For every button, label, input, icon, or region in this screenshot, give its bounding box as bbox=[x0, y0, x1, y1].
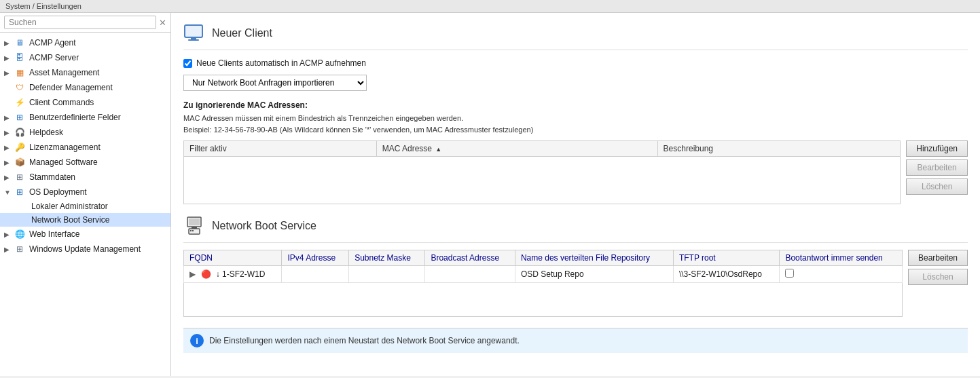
nbs-delete-button[interactable]: Löschen bbox=[908, 269, 968, 285]
sidebar-item-windows-update-management[interactable]: ▶ ⊞ Windows Update Management bbox=[0, 242, 170, 257]
nbs-section-header: Network Boot Service bbox=[183, 215, 968, 243]
col-broadcast: Broadcast Adresse bbox=[425, 250, 515, 266]
nbs-section-icon bbox=[183, 215, 205, 237]
chevron-icon: ▶ bbox=[4, 159, 14, 166]
import-mode-select[interactable]: Nur Network Boot Anfragen importieren Al… bbox=[183, 75, 367, 91]
search-input[interactable] bbox=[4, 16, 156, 29]
mac-table-section: Filter aktiv MAC Adresse ▲ Beschreibung bbox=[183, 140, 968, 204]
sidebar-item-os-deployment[interactable]: ▼ ⊞ OS Deployment bbox=[0, 185, 170, 200]
chevron-icon: ▶ bbox=[4, 174, 14, 181]
sidebar-item-label: OS Deployment bbox=[29, 187, 87, 197]
grid2-icon: ⊞ bbox=[14, 172, 26, 183]
sidebar-item-stammdaten[interactable]: ▶ ⊞ Stammdaten bbox=[0, 170, 170, 185]
search-clear-icon[interactable]: ✕ bbox=[159, 18, 166, 28]
col-filter-aktiv: Filter aktiv bbox=[184, 141, 377, 157]
nbs-broadcast-cell bbox=[425, 266, 515, 283]
sidebar-item-lokaler-administrator[interactable]: ▶ Lokaler Administrator bbox=[0, 200, 170, 213]
delete-button[interactable]: Löschen bbox=[906, 178, 968, 195]
sidebar-item-label: Defender Management bbox=[29, 83, 113, 92]
globe-icon: 🌐 bbox=[14, 229, 26, 240]
col-ipv4: IPv4 Adresse bbox=[282, 250, 349, 266]
sidebar-item-label: Lokaler Administrator bbox=[31, 202, 108, 211]
fields-icon: ⊞ bbox=[14, 112, 26, 123]
nbs-section: Network Boot Service FQDN IPv4 Adresse S… bbox=[183, 215, 968, 317]
neuer-client-title: Neuer Client bbox=[212, 27, 272, 39]
mac-table-empty-row bbox=[184, 157, 901, 204]
sidebar-item-acmp-agent[interactable]: ▶ 🖥 ACMP Agent bbox=[0, 35, 170, 50]
import-mode-dropdown-row: Nur Network Boot Anfragen importieren Al… bbox=[183, 75, 968, 91]
grid-icon: ▦ bbox=[14, 67, 26, 78]
info-icon: i bbox=[190, 334, 204, 347]
sidebar-item-asset-management[interactable]: ▶ ▦ Asset Management bbox=[0, 65, 170, 80]
col-mac-adresse: MAC Adresse ▲ bbox=[376, 141, 657, 157]
sidebar-item-label: Lizenzmanagement bbox=[29, 143, 101, 152]
nbs-fqdn-cell: ▶ 🔴 ↓ 1-SF2-W1D bbox=[184, 266, 282, 283]
mac-table: Filter aktiv MAC Adresse ▲ Beschreibung bbox=[183, 140, 901, 204]
add-button[interactable]: Hinzufügen bbox=[906, 140, 968, 157]
svg-rect-1 bbox=[191, 37, 196, 39]
svg-rect-0 bbox=[185, 25, 202, 37]
col-beschreibung: Beschreibung bbox=[657, 141, 901, 157]
server-icon: 🗄 bbox=[14, 52, 26, 63]
nbs-tftp-cell: \\3-SF2-W10\OsdRepo bbox=[673, 266, 779, 283]
chevron-icon: ▶ bbox=[4, 231, 14, 238]
boot-always-checkbox[interactable] bbox=[785, 269, 794, 278]
chevron-icon: ▶ bbox=[4, 114, 14, 121]
neuer-client-header: Neuer Client bbox=[183, 22, 968, 50]
nbs-boot-always-cell bbox=[780, 266, 903, 283]
mac-label: Zu ignorierende MAC Adressen: bbox=[183, 100, 968, 110]
svg-rect-4 bbox=[189, 219, 200, 225]
chevron-icon: ▶ bbox=[4, 39, 14, 47]
sidebar-item-defender-management[interactable]: ▶ 🛡 Defender Management bbox=[0, 80, 170, 95]
chevron-icon: ▶ bbox=[4, 54, 14, 62]
chevron-icon: ▶ bbox=[4, 69, 14, 77]
mac-table-buttons: Hinzufügen Bearbeiten Löschen bbox=[906, 140, 968, 204]
col-file-repo: Name des verteilten File Repository bbox=[515, 250, 673, 266]
sidebar-item-label: Benutzerdefinierte Felder bbox=[29, 113, 121, 122]
row-expand-icon[interactable]: ▶ bbox=[189, 269, 196, 279]
sidebar: ✕ ▶ 🖥 ACMP Agent ▶ 🗄 ACMP Server ▶ ▦ Ass… bbox=[0, 13, 171, 376]
nbs-edit-button[interactable]: Bearbeiten bbox=[908, 250, 968, 266]
nbs-table-empty-row bbox=[184, 283, 903, 317]
sidebar-item-lizenzmanagement[interactable]: ▶ 🔑 Lizenzmanagement bbox=[0, 140, 170, 155]
chevron-icon: ▶ bbox=[4, 129, 14, 136]
lightning-icon: ⚡ bbox=[14, 97, 26, 108]
sidebar-item-helpdesk[interactable]: ▶ 🎧 Helpdesk bbox=[0, 125, 170, 140]
nbs-table-body: ▶ 🔴 ↓ 1-SF2-W1D OSD Setup Repo \\3-SF2-W… bbox=[184, 266, 903, 317]
os-icon: ⊞ bbox=[14, 187, 26, 197]
main-content: Neuer Client Neue Clients automatisch in… bbox=[171, 13, 980, 376]
info-bar: i Die Einstellungen werden nach einem Ne… bbox=[183, 328, 968, 353]
sidebar-item-client-commands[interactable]: ▶ ⚡ Client Commands bbox=[0, 95, 170, 110]
windows-update-icon: ⊞ bbox=[14, 244, 26, 254]
info-message: Die Einstellungen werden nach einem Neus… bbox=[209, 336, 520, 345]
shield-icon: 🛡 bbox=[14, 82, 26, 93]
search-box: ✕ bbox=[0, 13, 170, 33]
box-icon: 📦 bbox=[14, 157, 26, 168]
table-row: ▶ 🔴 ↓ 1-SF2-W1D OSD Setup Repo \\3-SF2-W… bbox=[184, 266, 903, 283]
chevron-icon: ▶ bbox=[4, 144, 14, 151]
client-section-icon bbox=[183, 22, 205, 44]
mac-table-header-row: Filter aktiv MAC Adresse ▲ Beschreibung bbox=[184, 141, 901, 157]
sidebar-item-label: ACMP Server bbox=[29, 53, 79, 62]
sidebar-item-label: Web Interface bbox=[29, 229, 79, 239]
sidebar-item-label: ACMP Agent bbox=[29, 38, 75, 48]
sidebar-item-label: Helpdesk bbox=[29, 128, 63, 137]
nav-list: ▶ 🖥 ACMP Agent ▶ 🗄 ACMP Server ▶ ▦ Asset… bbox=[0, 33, 170, 376]
key-icon: 🔑 bbox=[14, 142, 26, 153]
col-boot-always: Bootantwort immer senden bbox=[780, 250, 903, 266]
sidebar-item-label: Asset Management bbox=[29, 68, 99, 77]
helpdesk-icon: 🎧 bbox=[14, 127, 26, 138]
auto-import-checkbox[interactable] bbox=[183, 59, 192, 68]
mac-section: Zu ignorierende MAC Adressen: MAC Adress… bbox=[183, 100, 968, 135]
svg-rect-8 bbox=[192, 230, 194, 231]
mac-desc: MAC Adressen müssen mit einem Bindestric… bbox=[183, 113, 968, 135]
sidebar-item-label: Stammdaten bbox=[29, 172, 75, 182]
sidebar-item-acmp-server[interactable]: ▶ 🗄 ACMP Server bbox=[0, 50, 170, 65]
sidebar-item-managed-software[interactable]: ▶ 📦 Managed Software bbox=[0, 155, 170, 170]
nbs-repo-cell: OSD Setup Repo bbox=[515, 266, 673, 283]
edit-button[interactable]: Bearbeiten bbox=[906, 159, 968, 176]
sidebar-item-web-interface[interactable]: ▶ 🌐 Web Interface bbox=[0, 227, 170, 242]
sidebar-item-network-boot-service[interactable]: ▶ Network Boot Service bbox=[0, 213, 170, 227]
sidebar-item-benutzerdefinierte-felder[interactable]: ▶ ⊞ Benutzerdefinierte Felder bbox=[0, 110, 170, 125]
auto-import-label[interactable]: Neue Clients automatisch in ACMP aufnehm… bbox=[196, 58, 366, 68]
